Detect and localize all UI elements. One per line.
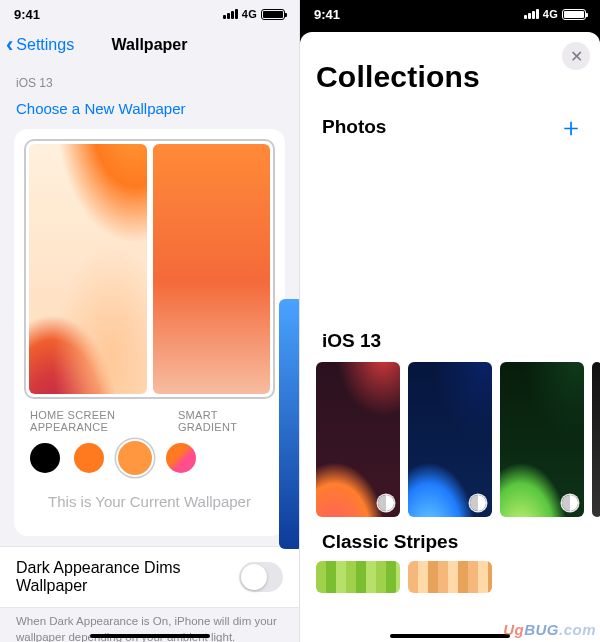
wallpaper-thumb-peek[interactable] xyxy=(592,362,600,517)
collections-heading: Collections xyxy=(300,32,600,108)
add-photos-button[interactable]: ＋ xyxy=(558,114,584,140)
stripes-thumb-strip[interactable] xyxy=(300,561,600,593)
photos-label: Photos xyxy=(322,116,386,138)
wallpaper-preview-frame[interactable] xyxy=(24,139,275,399)
appearance-icon xyxy=(470,495,486,511)
swatch-row xyxy=(24,441,275,481)
dark-appearance-toggle[interactable] xyxy=(239,562,283,592)
swatch-black[interactable] xyxy=(30,443,60,473)
wallpaper-card: HOME SCREEN APPEARANCE SMART GRADIENT Th… xyxy=(14,129,285,536)
collections-pane: 9:41 4G ✕ Collections Photos ＋ iOS 13 xyxy=(300,0,600,642)
stripe-thumb-green[interactable] xyxy=(316,561,400,593)
dark-appearance-label: Dark Appearance Dims Wallpaper xyxy=(16,559,239,595)
photos-row[interactable]: Photos ＋ xyxy=(300,108,600,150)
settings-body: iOS 13 Choose a New Wallpaper HOME SCREE… xyxy=(0,62,299,642)
swatch-orange[interactable] xyxy=(74,443,104,473)
page-title: Wallpaper xyxy=(112,36,188,54)
ios13-thumb-strip[interactable] xyxy=(300,362,600,517)
section-stripes-title: Classic Stripes xyxy=(300,517,600,561)
section-category-label: iOS 13 xyxy=(0,76,299,90)
back-label: Settings xyxy=(16,36,74,54)
home-indicator[interactable] xyxy=(390,634,510,638)
settings-pane: 9:41 4G ‹ Settings Wallpaper iOS 13 Choo… xyxy=(0,0,300,642)
lockscreen-preview xyxy=(29,144,147,394)
swatch-pink-orange[interactable] xyxy=(166,443,196,473)
signal-icon xyxy=(524,9,539,19)
wallpaper-thumb-orange[interactable] xyxy=(316,362,400,517)
status-time: 9:41 xyxy=(14,7,40,22)
section-ios13-title: iOS 13 xyxy=(300,150,600,362)
network-label: 4G xyxy=(543,8,558,20)
close-icon: ✕ xyxy=(570,47,583,66)
home-indicator[interactable] xyxy=(90,634,210,638)
back-button[interactable]: ‹ Settings xyxy=(6,28,74,62)
swatch-orange-selected[interactable] xyxy=(118,441,152,475)
current-wallpaper-caption: This is Your Current Wallpaper xyxy=(24,481,275,526)
plus-icon: ＋ xyxy=(558,112,584,142)
battery-icon xyxy=(562,9,586,20)
collections-sheet: ✕ Collections Photos ＋ iOS 13 xyxy=(300,32,600,642)
appearance-icon xyxy=(562,495,578,511)
signal-icon xyxy=(223,9,238,19)
close-button[interactable]: ✕ xyxy=(562,42,590,70)
wallpaper-thumb-green[interactable] xyxy=(500,362,584,517)
wallpaper-thumb-blue[interactable] xyxy=(408,362,492,517)
network-label: 4G xyxy=(242,8,257,20)
nav-bar: ‹ Settings Wallpaper xyxy=(0,28,299,62)
appearance-label: HOME SCREEN APPEARANCE xyxy=(30,409,178,433)
appearance-icon xyxy=(378,495,394,511)
status-bar: 9:41 4G xyxy=(0,0,299,28)
status-right: 4G xyxy=(524,8,586,20)
choose-wallpaper-link[interactable]: Choose a New Wallpaper xyxy=(0,90,299,129)
status-time: 9:41 xyxy=(314,7,340,22)
smart-gradient-label: SMART GRADIENT xyxy=(178,409,269,433)
chevron-left-icon: ‹ xyxy=(6,34,13,56)
appearance-row: HOME SCREEN APPEARANCE SMART GRADIENT xyxy=(24,399,275,441)
next-wallpaper-peek[interactable] xyxy=(279,299,300,549)
dark-appearance-row: Dark Appearance Dims Wallpaper xyxy=(0,546,299,608)
homescreen-preview xyxy=(153,144,271,394)
status-right: 4G xyxy=(223,8,285,20)
stripe-thumb-peach[interactable] xyxy=(408,561,492,593)
status-bar: 9:41 4G xyxy=(300,0,600,28)
battery-icon xyxy=(261,9,285,20)
